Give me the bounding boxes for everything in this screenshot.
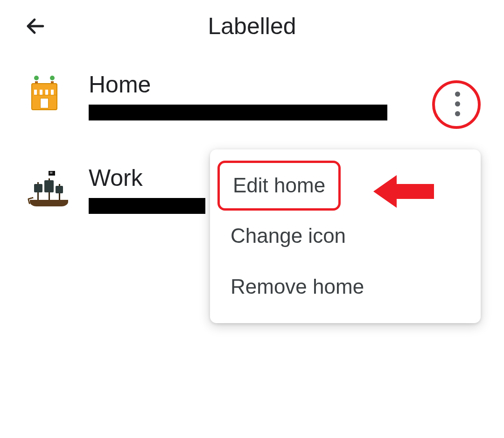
pirate-ship-icon xyxy=(28,169,61,211)
page-title: Labelled xyxy=(19,13,485,40)
row-body: Home xyxy=(89,71,476,122)
menu-item-change-icon[interactable]: Change icon xyxy=(210,211,481,261)
header: Labelled xyxy=(0,0,504,52)
list-item-home[interactable]: Home xyxy=(28,71,476,122)
address-redacted xyxy=(89,198,205,214)
address-redacted xyxy=(89,105,387,120)
more-vertical-icon xyxy=(455,92,460,116)
home-building-icon xyxy=(28,76,61,118)
row-label: Home xyxy=(89,71,476,98)
menu-item-remove-home[interactable]: Remove home xyxy=(210,261,481,312)
menu-item-edit-home[interactable]: Edit home xyxy=(217,161,341,211)
more-options-button[interactable] xyxy=(434,80,481,127)
context-menu: Edit home Change icon Remove home xyxy=(210,149,481,323)
